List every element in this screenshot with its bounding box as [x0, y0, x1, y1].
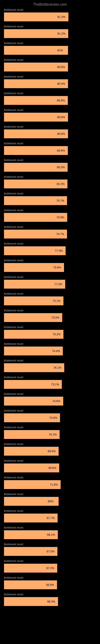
bar-value: 80.8% [57, 132, 65, 136]
bar-row: Bottleneck result67.2% [4, 560, 96, 572]
bar-label: Bottleneck result [4, 509, 96, 512]
bar-row: Bottleneck result80.5% [4, 158, 96, 172]
bar-row: Bottleneck result69% [4, 493, 96, 506]
bar-row: Bottleneck result75.8% [4, 259, 96, 272]
bar-track: 67.2% [4, 564, 96, 572]
bar-track: 74.4% [4, 346, 96, 356]
bar-track: 77.9% [4, 246, 96, 255]
bar-row: Bottleneck result74.8% [4, 392, 96, 406]
bar-fill: 68.3% [4, 597, 58, 606]
bar-row: Bottleneck result70.2% [4, 426, 96, 439]
bar-fill: 69% [4, 497, 59, 506]
bar-value: 79.7% [56, 232, 64, 236]
bar-track: 81.2% [4, 29, 96, 38]
bar-value: 75.8% [53, 266, 61, 269]
bar-row: Bottleneck result70.9% [4, 409, 96, 422]
bar-row: Bottleneck result69.8% [4, 459, 96, 472]
bar-track: 70.2% [4, 430, 96, 439]
bar-track: 80.8% [4, 113, 96, 122]
bar-track: 81.3% [4, 12, 96, 21]
bar-row: Bottleneck result77.3% [4, 276, 96, 288]
bar-label: Bottleneck result [4, 92, 96, 95]
bar-value: 81.3% [58, 15, 66, 18]
bar-value: 71.6% [50, 483, 58, 486]
bar-fill: 67.5% [4, 547, 57, 556]
bar-fill: 67.7% [4, 514, 58, 522]
bar-fill: 70.2% [4, 430, 60, 439]
bar-fill: 81% [4, 46, 68, 55]
bar-track: 80.6% [4, 146, 96, 155]
bar-fill: 79.7% [4, 230, 67, 238]
bar-track: 73.5% [4, 313, 96, 322]
bar-value: 73.5% [51, 316, 59, 319]
bar-track: 79.7% [4, 196, 96, 205]
bar-row: Bottleneck result67.5% [4, 543, 96, 556]
bar-track: 80.6% [4, 96, 96, 105]
bar-value: 67.7% [47, 516, 55, 520]
bar-fill: 66.9% [4, 580, 57, 589]
bar-row: Bottleneck result76.1% [4, 359, 96, 372]
bar-track: 73.1% [4, 380, 96, 389]
bar-value: 66.9% [46, 583, 54, 586]
bar-fill: 68.1% [4, 530, 58, 539]
bar-fill: 73.5% [4, 313, 62, 322]
bar-value: 80.5% [57, 166, 65, 169]
bar-track: 80.2% [4, 180, 96, 188]
bar-value: 81% [57, 49, 63, 52]
bar-value: 68.1% [47, 533, 55, 536]
bar-label: Bottleneck result [4, 576, 96, 579]
bar-track: 74.8% [4, 397, 96, 406]
bar-track: 75.1% [4, 296, 96, 305]
bar-row: Bottleneck result80.9% [4, 75, 96, 88]
bar-value: 74.8% [52, 400, 60, 403]
bar-fill: 74.8% [4, 397, 63, 406]
bar-label: Bottleneck result [4, 392, 96, 396]
bar-value: 69.8% [49, 466, 56, 470]
bar-row: Bottleneck result80.8% [4, 58, 96, 72]
bar-label: Bottleneck result [4, 342, 96, 345]
bar-value: 68.3% [47, 600, 55, 603]
bar-track: 81% [4, 46, 96, 55]
bar-fill: 74.4% [4, 346, 63, 356]
bar-row: Bottleneck result73.5% [4, 309, 96, 322]
bar-value: 75.1% [52, 299, 61, 302]
bar-label: Bottleneck result [4, 125, 96, 128]
bar-row: Bottleneck result80.8% [4, 125, 96, 138]
bar-track: 80.5% [4, 163, 96, 172]
bar-label: Bottleneck result [4, 493, 96, 496]
bar-row: Bottleneck result81.2% [4, 25, 96, 38]
bar-value: 80.8% [57, 116, 65, 119]
bar-row: Bottleneck result71.6% [4, 476, 96, 489]
bar-label: Bottleneck result [4, 192, 96, 195]
bar-value: 80.6% [57, 99, 65, 102]
bar-row: Bottleneck result73.1% [4, 376, 96, 389]
bar-label: Bottleneck result [4, 476, 96, 479]
bar-value: 76.1% [53, 366, 61, 369]
bar-fill: 80.6% [4, 146, 68, 155]
bar-fill: 80.8% [4, 62, 68, 72]
bar-fill: 79.9% [4, 213, 67, 222]
bar-value: 80.2% [57, 182, 65, 186]
bar-label: Bottleneck result [4, 543, 96, 546]
bar-label: Bottleneck result [4, 242, 96, 245]
bar-fill: 80.6% [4, 96, 68, 105]
bar-label: Bottleneck result [4, 25, 96, 28]
bar-track: 70.9% [4, 413, 96, 422]
bar-fill: 77.9% [4, 246, 66, 255]
bar-value: 74.4% [52, 349, 60, 352]
bar-fill: 80.8% [4, 130, 68, 138]
bar-value: 79.7% [56, 199, 64, 202]
bar-label: Bottleneck result [4, 309, 96, 312]
bar-value: 77.9% [55, 249, 63, 252]
bar-row: Bottleneck result80.2% [4, 175, 96, 188]
bar-track: 67.5% [4, 547, 96, 556]
bar-track: 80.8% [4, 62, 96, 72]
bar-fill: 69.8% [4, 464, 59, 472]
bar-fill: 80.9% [4, 79, 68, 88]
bar-value: 77.3% [54, 282, 62, 286]
bar-track: 75.2% [4, 330, 96, 339]
bar-track: 69.8% [4, 464, 96, 472]
bar-value: 80.6% [57, 149, 65, 152]
chart-header: TheBottlenecker.com [0, 0, 100, 8]
bar-value: 80.9% [57, 82, 65, 85]
